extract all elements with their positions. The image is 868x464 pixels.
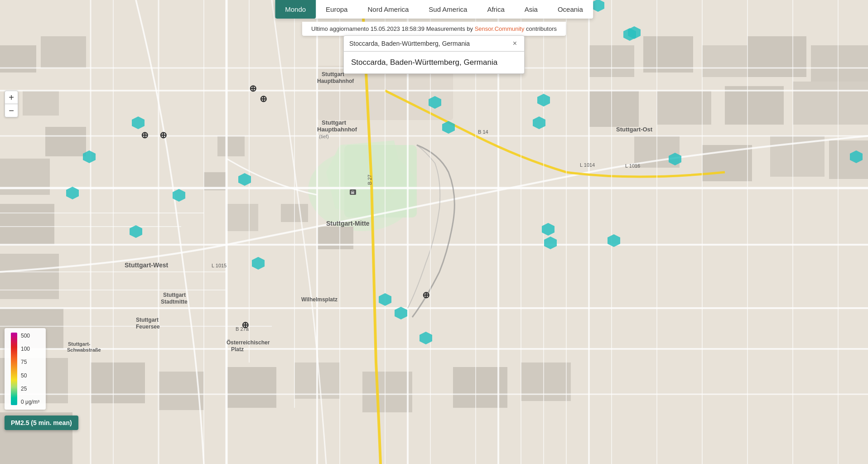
legend-bar: 500 100 75 50 25 0 μg/m³	[11, 333, 39, 405]
tab-asia[interactable]: Asia	[515, 0, 548, 19]
svg-rect-35	[227, 367, 276, 408]
tab-sud-america[interactable]: Sud America	[419, 0, 477, 19]
search-dropdown: Stoccarda, Baden-Württemberg, Germania	[343, 52, 525, 74]
svg-text:Stadtmitte: Stadtmitte	[161, 299, 188, 305]
legend-label-75: 75	[21, 359, 39, 365]
svg-text:Hauptbahnhof: Hauptbahnhof	[317, 78, 354, 84]
svg-rect-14	[0, 159, 50, 195]
update-text-prefix: Ultimo aggiornamento 15.05.2023 18:58:39…	[311, 25, 475, 32]
svg-rect-16	[0, 254, 59, 299]
update-bar: Ultimo aggiornamento 15.05.2023 18:58:39…	[302, 22, 566, 36]
search-result-item[interactable]: Stoccarda, Baden-Württemberg, Germania	[344, 52, 524, 73]
zoom-out-button[interactable]: −	[5, 104, 18, 117]
svg-text:(tief): (tief)	[319, 134, 329, 139]
svg-text:Österreichischer: Österreichischer	[227, 339, 270, 346]
svg-text:L 1016: L 1016	[625, 163, 640, 169]
svg-text:Stuttgart: Stuttgart	[163, 292, 186, 298]
update-text-suffix: contributors	[524, 25, 557, 32]
top-navigation: Mondo Europa Nord America Sud America Af…	[275, 0, 593, 19]
svg-rect-25	[589, 91, 639, 127]
svg-text:Stuttgart: Stuttgart	[322, 71, 344, 77]
svg-rect-33	[91, 362, 145, 403]
search-container: × Stoccarda, Baden-Württemberg, Germania	[343, 35, 525, 74]
svg-text:B 14: B 14	[478, 129, 488, 135]
tab-nord-america[interactable]: Nord America	[357, 0, 419, 19]
svg-rect-31	[770, 136, 825, 177]
svg-text:L 1014: L 1014	[580, 162, 595, 168]
legend-label-50: 50	[21, 372, 39, 379]
svg-text:⊕: ⊕	[249, 83, 257, 93]
svg-rect-23	[747, 36, 806, 77]
svg-text:Feuersee: Feuersee	[136, 324, 160, 330]
svg-text:Wilhelmsplatz: Wilhelmsplatz	[301, 296, 338, 303]
tab-oceania[interactable]: Oceania	[548, 0, 593, 19]
svg-text:Stuttgart-Ost: Stuttgart-Ost	[616, 126, 653, 133]
svg-text:⊕: ⊕	[260, 94, 267, 104]
svg-text:⊕: ⊕	[159, 130, 167, 140]
svg-text:Stuttgart: Stuttgart	[322, 119, 347, 126]
svg-rect-37	[362, 372, 412, 412]
legend-label-100: 100	[21, 346, 39, 352]
clear-search-button[interactable]: ×	[511, 39, 519, 48]
svg-text:Hauptbahnhof: Hauptbahnhof	[317, 126, 357, 133]
svg-text:⊕: ⊕	[141, 130, 149, 140]
svg-rect-9	[217, 136, 245, 156]
color-bar	[11, 333, 17, 405]
pm-badge: PM2.5 (5 min. mean)	[5, 416, 78, 430]
svg-rect-15	[0, 204, 54, 245]
tab-mondo[interactable]: Mondo	[275, 0, 316, 19]
search-input[interactable]	[349, 40, 511, 47]
legend-label-0: 0 μg/m³	[21, 399, 39, 405]
svg-text:Stuttgart: Stuttgart	[136, 317, 159, 323]
svg-rect-12	[23, 91, 59, 116]
svg-text:⊕: ⊕	[422, 290, 430, 300]
pm-label: PM2.5 (5 min. mean)	[5, 416, 78, 430]
sensor-community-link[interactable]: Sensor.Community	[475, 25, 525, 32]
svg-text:L 1015: L 1015	[212, 263, 227, 268]
legend-label-25: 25	[21, 386, 39, 392]
svg-text:Schwabstraße: Schwabstraße	[67, 347, 101, 353]
svg-rect-26	[657, 91, 711, 125]
svg-rect-13	[45, 127, 86, 156]
svg-text:⊕: ⊕	[241, 320, 249, 330]
svg-text:B 27: B 27	[367, 174, 372, 185]
legend-labels: 500 100 75 50 25 0 μg/m³	[17, 333, 39, 405]
zoom-in-button[interactable]: +	[5, 91, 18, 104]
tab-africa[interactable]: Africa	[477, 0, 514, 19]
svg-text:🏛: 🏛	[351, 190, 355, 195]
legend: 500 100 75 50 25 0 μg/m³	[5, 328, 46, 410]
search-box: ×	[343, 35, 525, 52]
svg-rect-39	[521, 362, 571, 401]
svg-text:Stuttgart-Mitte: Stuttgart-Mitte	[326, 220, 370, 227]
svg-text:Platz: Platz	[231, 346, 244, 353]
svg-text:Stuttgart-: Stuttgart-	[68, 341, 91, 347]
svg-rect-7	[227, 204, 258, 231]
svg-rect-28	[793, 82, 868, 125]
svg-rect-3	[344, 145, 417, 218]
svg-rect-27	[725, 86, 784, 125]
svg-rect-21	[643, 36, 693, 72]
zoom-controls: + −	[5, 91, 18, 117]
svg-rect-11	[41, 36, 86, 68]
svg-rect-24	[811, 45, 868, 82]
svg-rect-6	[317, 227, 353, 249]
tab-europa[interactable]: Europa	[316, 0, 357, 19]
legend-label-500: 500	[21, 333, 39, 339]
svg-text:Stuttgart-West: Stuttgart-West	[125, 261, 169, 269]
